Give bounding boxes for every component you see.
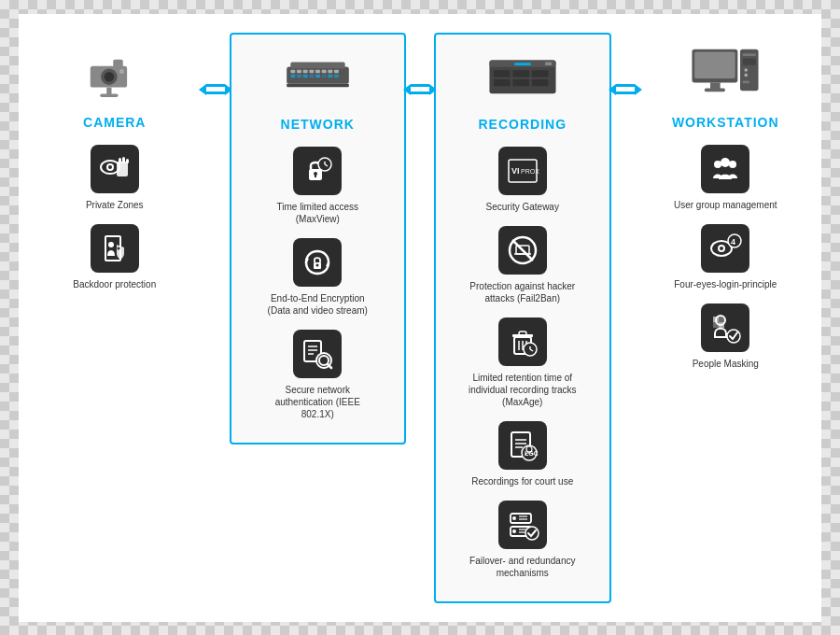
svg-rect-99 — [705, 89, 725, 92]
arrow-camera-network — [202, 33, 230, 95]
arrow-network-recording — [406, 33, 434, 95]
svg-rect-117 — [713, 322, 719, 328]
svg-rect-31 — [315, 75, 320, 78]
feature-people-masking: People Masking — [647, 303, 805, 370]
svg-point-89 — [512, 516, 516, 520]
svg-rect-25 — [328, 70, 332, 73]
column-network: NETWORK Time limited access (M — [230, 33, 407, 444]
svg-point-106 — [714, 161, 721, 168]
svg-text:PROXY: PROXY — [521, 168, 539, 175]
arrowhead-left-1 — [199, 84, 206, 95]
private-zones-label: Private Zones — [86, 199, 144, 211]
feature-backdoor-protection: Backdoor protection — [35, 224, 194, 290]
svg-point-90 — [512, 529, 516, 533]
people-masking-label: People Masking — [693, 358, 759, 370]
svg-rect-35 — [287, 84, 349, 87]
arrowhead-left-2 — [403, 84, 411, 95]
e2e-encryption-label: End-to-End Encryption (Data and video st… — [261, 292, 373, 317]
failover-redundancy-label: Failover- and redundancy mechanisms — [467, 555, 579, 579]
hacker-protection-icon — [498, 226, 547, 275]
backdoor-protection-icon — [91, 224, 139, 273]
feature-secure-network-auth: Secure network authentication (IEEE 802.… — [239, 330, 398, 420]
svg-rect-19 — [290, 70, 295, 73]
column-recording: RECORDING VI PROXY Security Gateway — [434, 33, 611, 603]
recording-header-icon — [485, 44, 560, 109]
camera-title: CAMERA — [83, 115, 146, 130]
limited-retention-label: Limited retention time of individual rec… — [467, 372, 579, 408]
feature-time-limited-access: Time limited access (MaxView) — [239, 147, 398, 225]
svg-rect-76 — [519, 332, 526, 335]
diagram-container: CAMERA Private Zones — [19, 14, 821, 622]
camera-header-icon — [77, 42, 152, 107]
svg-rect-28 — [297, 75, 301, 78]
feature-security-gateway: VI PROXY Security Gateway — [443, 147, 602, 213]
workstation-header-icon — [688, 42, 763, 107]
court-recordings-icon: LGC — [498, 421, 547, 470]
svg-rect-22 — [309, 70, 314, 73]
network-title: NETWORK — [281, 117, 355, 132]
failover-redundancy-icon — [498, 501, 547, 549]
svg-rect-59 — [532, 70, 549, 77]
svg-rect-18 — [290, 63, 344, 69]
svg-rect-60 — [494, 79, 511, 86]
svg-rect-26 — [334, 70, 339, 73]
time-limited-access-icon — [293, 147, 342, 195]
svg-rect-58 — [512, 70, 529, 77]
svg-rect-33 — [328, 75, 332, 78]
svg-rect-63 — [545, 62, 552, 65]
svg-rect-102 — [743, 59, 756, 65]
svg-point-104 — [745, 74, 749, 78]
secure-network-auth-label: Secure network authentication (IEEE 802.… — [261, 384, 373, 420]
svg-point-16 — [117, 247, 119, 249]
svg-rect-10 — [117, 162, 128, 176]
svg-rect-101 — [743, 53, 756, 56]
svg-point-46 — [316, 263, 319, 266]
svg-rect-21 — [302, 70, 307, 73]
svg-rect-20 — [297, 70, 301, 73]
people-masking-icon — [701, 303, 749, 352]
svg-rect-118 — [719, 322, 724, 328]
secure-network-auth-icon — [293, 330, 342, 378]
feature-private-zones: Private Zones — [35, 145, 194, 211]
svg-rect-6 — [119, 69, 123, 73]
svg-rect-13 — [126, 159, 129, 163]
svg-text:4: 4 — [731, 237, 735, 247]
svg-point-15 — [108, 242, 114, 247]
time-limited-access-label: Time limited access (MaxView) — [261, 201, 373, 225]
svg-rect-24 — [321, 70, 326, 73]
private-zones-icon — [91, 145, 139, 193]
feature-failover-redundancy: Failover- and redundancy mechanisms — [443, 501, 602, 579]
svg-rect-30 — [309, 75, 314, 78]
limited-retention-icon — [498, 318, 547, 366]
svg-rect-38 — [315, 175, 316, 177]
feature-limited-retention: Limited retention time of individual rec… — [443, 318, 602, 408]
svg-rect-61 — [512, 79, 529, 86]
svg-point-9 — [108, 165, 112, 169]
network-header-icon — [280, 44, 355, 109]
feature-user-group-management: User group management — [647, 145, 805, 211]
svg-point-111 — [720, 247, 723, 250]
feature-court-recordings: LGC Recordings for court use — [443, 421, 602, 487]
svg-rect-29 — [302, 75, 307, 78]
svg-rect-97 — [694, 52, 735, 78]
svg-point-2 — [104, 71, 114, 81]
svg-rect-98 — [710, 82, 721, 89]
column-workstation: WORKSTATION User group management — [639, 33, 813, 392]
svg-point-108 — [721, 158, 730, 167]
svg-rect-34 — [334, 75, 339, 78]
column-camera: CAMERA Private Zones — [28, 33, 202, 313]
svg-rect-105 — [743, 81, 749, 84]
feature-hacker-protection: Protection against hacker attacks (Fail2… — [443, 226, 602, 304]
svg-rect-62 — [532, 79, 549, 86]
svg-rect-115 — [713, 317, 719, 322]
workstation-title: WORKSTATION — [672, 115, 779, 130]
svg-rect-4 — [100, 93, 118, 97]
user-group-management-icon — [701, 145, 749, 193]
svg-rect-32 — [321, 75, 326, 78]
feature-four-eyes-login: 4 Four-eyes-login-principle — [647, 224, 805, 290]
recording-title: RECORDING — [478, 117, 567, 132]
backdoor-protection-label: Backdoor protection — [73, 278, 156, 290]
svg-rect-116 — [719, 317, 724, 322]
svg-rect-56 — [514, 63, 531, 65]
svg-text:VI: VI — [511, 166, 520, 176]
